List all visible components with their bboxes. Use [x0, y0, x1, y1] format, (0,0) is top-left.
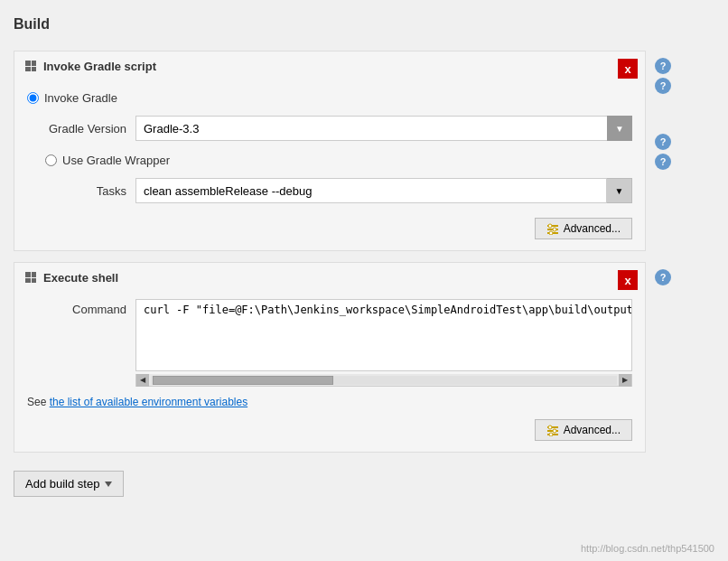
execute-shell-advanced-button[interactable]: Advanced...: [535, 419, 632, 441]
gradle-version-label: Gradle Version: [27, 122, 135, 136]
invoke-gradle-radio-row: Invoke Gradle: [27, 88, 632, 108]
scrollbar-left-arrow[interactable]: ◀: [136, 374, 149, 387]
main-content: Build Invoke Gradle script x: [0, 0, 686, 506]
invoke-gradle-help-icon-3[interactable]: ?: [655, 134, 671, 150]
tasks-input[interactable]: [135, 178, 607, 203]
tasks-row: Tasks ▼: [27, 178, 632, 203]
use-wrapper-radio-label: Use Gradle Wrapper: [62, 154, 170, 167]
invoke-gradle-advanced-button[interactable]: Advanced...: [535, 218, 632, 239]
invoke-gradle-advanced-row: Advanced...: [27, 212, 632, 239]
command-scrollbar: ◀ ▶: [135, 374, 632, 387]
gradle-version-select-wrapper: Gradle-3.3 Gradle-3.2 Gradle-2.14 ▼: [135, 116, 632, 141]
gradle-version-select[interactable]: Gradle-3.3 Gradle-3.2 Gradle-2.14: [135, 116, 632, 141]
svg-point-9: [548, 425, 552, 429]
invoke-gradle-advanced-label: Advanced...: [564, 222, 621, 235]
svg-point-11: [549, 433, 553, 436]
scrollbar-thumb[interactable]: [153, 376, 333, 385]
watermark: http://blog.csdn.net/thp541500: [581, 543, 714, 554]
invoke-gradle-radio[interactable]: [27, 92, 39, 104]
step-icon: [23, 59, 38, 73]
page-title: Build: [14, 9, 673, 40]
env-vars-row: See the list of available environment va…: [27, 396, 632, 408]
command-textarea-wrapper: ◀ ▶: [135, 299, 632, 387]
invoke-gradle-help-icon-2[interactable]: ?: [655, 78, 671, 94]
execute-shell-title: Execute shell: [43, 271, 118, 285]
execute-shell-advanced-row: Advanced...: [27, 414, 632, 441]
tasks-dropdown-button[interactable]: ▼: [607, 178, 632, 203]
invoke-gradle-help-icon-1[interactable]: ?: [655, 58, 671, 74]
add-build-step-dropdown-icon: [105, 482, 112, 487]
command-row: Command ◀ ▶: [27, 299, 632, 387]
gradle-version-row: Gradle Version Gradle-3.3 Gradle-3.2 Gra…: [27, 116, 632, 141]
tasks-input-wrapper: ▼: [135, 178, 632, 203]
gradle-version-control: Gradle-3.3 Gradle-3.2 Gradle-2.14 ▼: [135, 116, 632, 141]
invoke-gradle-radio-label: Invoke Gradle: [44, 91, 117, 105]
execute-shell-close-button[interactable]: x: [618, 270, 638, 290]
invoke-gradle-title: Invoke Gradle script: [43, 60, 156, 73]
execute-shell-build-step: Execute shell x Command ◀: [14, 262, 646, 453]
svg-point-5: [549, 231, 553, 235]
invoke-gradle-help-icon-4[interactable]: ?: [655, 154, 671, 170]
advanced-icon: [546, 222, 559, 235]
execute-shell-step-icon: [23, 270, 38, 285]
execute-shell-advanced-icon: [546, 424, 559, 436]
execute-shell-header: Execute shell x: [14, 263, 645, 292]
scrollbar-right-arrow[interactable]: ▶: [619, 374, 631, 387]
command-label: Command: [27, 299, 135, 316]
use-wrapper-radio[interactable]: [45, 154, 57, 166]
svg-point-3: [548, 224, 552, 228]
execute-shell-help-icons: ?: [655, 269, 671, 285]
add-build-step-button[interactable]: Add build step: [14, 471, 124, 497]
env-vars-text: See: [27, 396, 50, 408]
command-textarea[interactable]: [135, 299, 632, 371]
svg-point-4: [553, 228, 556, 231]
invoke-gradle-close-button[interactable]: x: [618, 59, 638, 79]
svg-point-10: [553, 429, 556, 433]
add-build-step-label: Add build step: [25, 477, 99, 491]
execute-shell-step: Execute shell x Command ◀: [14, 262, 646, 453]
execute-shell-advanced-label: Advanced...: [564, 424, 621, 436]
invoke-gradle-step: Invoke Gradle script x Invoke Gradle Gra…: [14, 51, 646, 251]
execute-shell-help-icon-1[interactable]: ?: [655, 269, 671, 285]
tasks-label: Tasks: [27, 184, 135, 198]
env-vars-link[interactable]: the list of available environment variab…: [50, 396, 247, 408]
invoke-gradle-help-icons: ? ? ? ?: [655, 58, 671, 170]
page-container: Build Invoke Gradle script x: [0, 0, 728, 561]
invoke-gradle-header: Invoke Gradle script x: [14, 51, 645, 80]
scrollbar-track[interactable]: [151, 376, 617, 385]
invoke-gradle-body: Invoke Gradle Gradle Version Gradle-3.3 …: [14, 80, 645, 250]
use-wrapper-radio-row: Use Gradle Wrapper: [45, 150, 632, 171]
execute-shell-body: Command ◀ ▶: [14, 292, 645, 452]
invoke-gradle-build-step: Invoke Gradle script x Invoke Gradle Gra…: [14, 51, 646, 251]
